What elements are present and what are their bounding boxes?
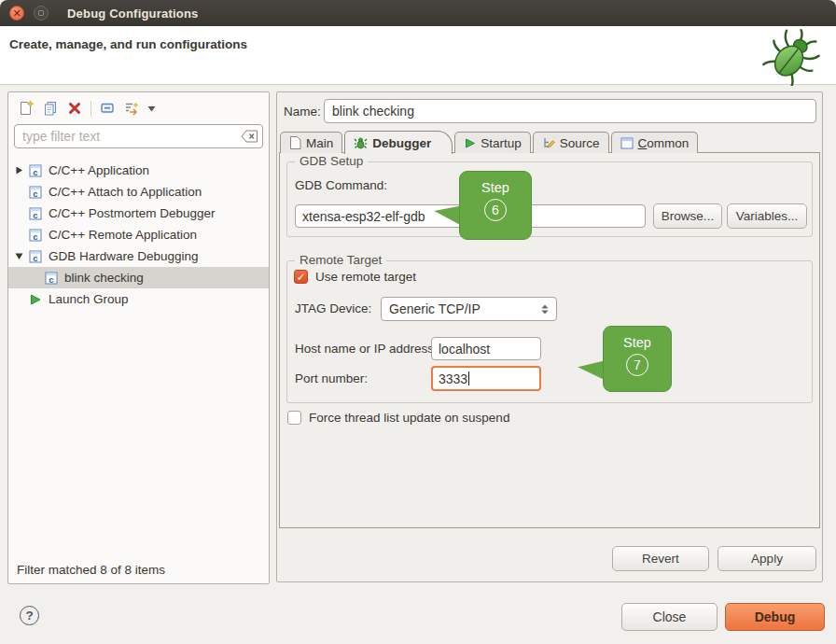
tree-item-label: GDB Hardware Debugging: [49, 249, 199, 263]
svg-text:c: c: [33, 252, 37, 262]
jtag-device-select[interactable]: Generic TCP/IP: [381, 297, 557, 321]
checkbox-unchecked-icon: [287, 411, 301, 425]
configurations-toolbar: [14, 97, 159, 119]
tree-item-cpp-application[interactable]: c C/C++ Application: [8, 160, 269, 181]
host-input[interactable]: [431, 337, 541, 360]
c-app-icon: c: [28, 163, 44, 178]
filter-icon: [123, 100, 140, 117]
tree-item-label: C/C++ Remote Application: [49, 228, 197, 242]
delete-x-icon: [67, 101, 82, 116]
help-button[interactable]: ?: [20, 606, 39, 625]
use-remote-target-label: Use remote target: [315, 270, 416, 284]
filter-status-text: Filter matched 8 of 8 items: [17, 563, 165, 577]
backspace-icon: [241, 130, 258, 143]
remote-target-legend: Remote Target: [295, 253, 386, 267]
jtag-device-value: Generic TCP/IP: [389, 301, 481, 316]
apply-button[interactable]: Apply: [718, 546, 816, 571]
copy-icon: [42, 100, 59, 117]
name-input[interactable]: [324, 99, 816, 123]
step7-title: Step: [623, 335, 651, 350]
expand-arrow-icon[interactable]: [15, 166, 28, 175]
dialog-header: Create, manage, and run configurations: [0, 26, 836, 85]
tree-item-gdb-hardware[interactable]: c GDB Hardware Debugging: [8, 245, 269, 267]
svg-text:c: c: [33, 231, 37, 241]
tab-debugger[interactable]: Debugger: [344, 131, 453, 154]
new-document-icon: [18, 100, 35, 117]
tree-item-label: C/C++ Postmortem Debugger: [49, 206, 216, 220]
checkbox-checked-icon: ✓: [294, 270, 308, 284]
tab-label: Source: [560, 136, 600, 150]
c-app-icon: c: [28, 185, 44, 200]
launch-group-icon: [28, 292, 44, 307]
filter-configurations-button[interactable]: [119, 98, 144, 119]
debug-bug-icon: [761, 26, 821, 90]
play-icon: [464, 137, 476, 149]
filter-field-wrap: [14, 124, 263, 148]
debug-button[interactable]: Debug: [725, 603, 825, 631]
collapse-all-button[interactable]: [95, 98, 119, 119]
window-close-button[interactable]: ✕: [9, 6, 24, 21]
close-button[interactable]: Close: [621, 603, 718, 631]
step6-number: 6: [484, 199, 507, 221]
svg-text:c: c: [33, 188, 37, 198]
tree-item-label: C/C++ Application: [49, 163, 149, 177]
tree-item-label: blink checking: [64, 271, 144, 285]
filter-input[interactable]: [14, 124, 263, 148]
chevron-down-icon: [147, 105, 156, 112]
spinner-arrows-icon: [541, 304, 549, 315]
tree-item-launch-group[interactable]: Launch Group: [8, 288, 269, 310]
force-thread-checkbox[interactable]: Force thread list update on suspend: [287, 411, 509, 425]
clear-filter-button[interactable]: [241, 130, 258, 147]
tab-source[interactable]: Source: [533, 132, 609, 153]
tab-startup[interactable]: Startup: [454, 132, 531, 153]
tree-item-blink-checking[interactable]: c blink checking: [8, 267, 269, 288]
toolbar-menu-button[interactable]: [144, 98, 159, 119]
new-configuration-button[interactable]: [14, 98, 38, 119]
name-label: Name:: [284, 105, 321, 119]
tree-item-label: C/C++ Attach to Application: [49, 185, 202, 199]
browse-button[interactable]: Browse...: [653, 203, 722, 229]
tree-item-cpp-remote[interactable]: c C/C++ Remote Application: [8, 224, 269, 245]
duplicate-configuration-button[interactable]: [38, 98, 63, 119]
window-maximize-button[interactable]: [34, 6, 49, 21]
gdb-setup-group: GDB Setup GDB Command: Browse... Variabl…: [286, 161, 813, 237]
tree-item-label: Launch Group: [49, 292, 129, 306]
delete-configuration-button[interactable]: [63, 98, 87, 119]
configurations-panel: c C/C++ Application c C/C++ Attach to Ap…: [7, 91, 270, 584]
svg-text:c: c: [49, 273, 53, 284]
tab-main[interactable]: Main: [280, 132, 342, 153]
revert-button[interactable]: Revert: [612, 546, 709, 571]
tab-common[interactable]: Common: [611, 132, 699, 153]
source-tree-icon: [542, 136, 555, 149]
step6-callout: Step 6: [459, 171, 532, 240]
step7-number: 7: [626, 354, 648, 376]
variables-button[interactable]: Variables...: [727, 203, 807, 229]
toolbar-separator: [91, 101, 91, 117]
tab-label: Debugger: [372, 136, 431, 150]
collapse-all-icon: [99, 100, 116, 117]
editor-actions: Revert Apply: [612, 546, 816, 571]
c-app-icon: c: [44, 271, 60, 286]
c-app-icon: c: [28, 206, 44, 221]
tree-item-cpp-attach[interactable]: c C/C++ Attach to Application: [8, 181, 269, 203]
collapse-arrow-icon[interactable]: [15, 252, 28, 260]
window-title: Debug Configurations: [67, 7, 199, 21]
gdb-command-label: GDB Command:: [295, 178, 387, 192]
port-label: Port number:: [295, 371, 368, 385]
c-app-icon: c: [28, 228, 44, 243]
gdb-setup-legend: GDB Setup: [295, 154, 368, 168]
tree-item-cpp-postmortem[interactable]: c C/C++ Postmortem Debugger: [8, 203, 269, 224]
host-label: Host name or IP address:: [295, 342, 438, 356]
debug-configurations-dialog: ✕ Debug Configurations Create, manage, a…: [0, 0, 836, 644]
debugger-tab-content: GDB Setup GDB Command: Browse... Variabl…: [279, 152, 820, 528]
configuration-editor: Name: Main Debugger: [276, 91, 823, 582]
window-icon: [620, 137, 634, 149]
remote-target-group: Remote Target ✓ Use remote target JTAG D…: [286, 260, 813, 403]
jtag-device-label: JTAG Device:: [295, 301, 371, 315]
titlebar: ✕ Debug Configurations: [0, 0, 836, 26]
port-value: 3333: [439, 371, 467, 386]
dialog-header-title: Create, manage, and run configurations: [9, 37, 247, 51]
port-input[interactable]: 3333: [431, 366, 541, 391]
configurations-tree: c C/C++ Application c C/C++ Attach to Ap…: [8, 160, 269, 310]
use-remote-target-checkbox[interactable]: ✓ Use remote target: [294, 270, 416, 284]
